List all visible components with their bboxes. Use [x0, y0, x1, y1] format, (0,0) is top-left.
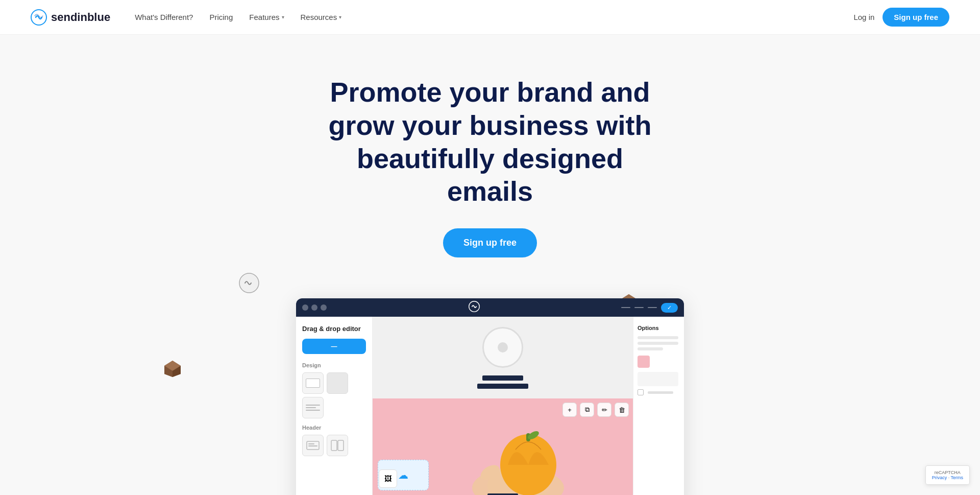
design-line-1 [306, 405, 320, 406]
editor-title: Drag & drop editor [302, 325, 366, 333]
app-window: ✓ Drag & drop editor — Design [296, 298, 684, 495]
design-thumb-3[interactable] [302, 397, 324, 418]
title-bar: ✓ [296, 298, 684, 317]
options-checkbox[interactable] [638, 389, 644, 395]
title-bar-logo [469, 301, 480, 314]
recaptcha-text: reCAPTCHAPrivacy · Terms [932, 470, 963, 480]
options-lines [638, 336, 680, 350]
add-tool-btn[interactable]: + [562, 403, 577, 417]
features-chevron: ▾ [282, 14, 284, 20]
design-thumb-lines [306, 405, 320, 411]
nav-links: What's Different? Pricing Features ▾ Res… [135, 13, 341, 21]
option-line-1 [638, 336, 678, 339]
header-thumb-1[interactable] [302, 435, 324, 456]
canvas-text-bar-1 [482, 375, 523, 381]
navbar: sendinblue What's Different? Pricing Fea… [0, 0, 980, 35]
navbar-right: Log in Sign up free [853, 8, 949, 27]
canvas-circle-inner [498, 342, 508, 352]
color-swatch[interactable] [638, 356, 650, 368]
logo[interactable]: sendinblue [31, 9, 110, 26]
navbar-left: sendinblue What's Different? Pricing Fea… [31, 9, 341, 26]
design-line-3 [306, 410, 320, 411]
window-dot-2 [311, 304, 317, 311]
window-dot-1 [302, 304, 308, 311]
center-canvas: + ⧉ ✏ 🗑 ☁ 🖼 [373, 317, 633, 495]
canvas-text-area [477, 375, 528, 389]
preview-section: ✓ Drag & drop editor — Design [0, 278, 980, 495]
svg-marker-3 [164, 361, 181, 371]
design-thumb-2[interactable] [327, 372, 348, 394]
app-body: Drag & drop editor — Design [296, 317, 684, 495]
header-section-title: Header [302, 425, 366, 431]
svg-marker-4 [173, 366, 181, 377]
svg-rect-13 [308, 445, 317, 446]
header-thumb-2[interactable] [327, 435, 348, 456]
checkbox-option [638, 389, 680, 395]
option-line-2 [638, 342, 678, 345]
svg-rect-14 [331, 440, 337, 451]
signup-hero-button[interactable]: Sign up free [443, 228, 537, 257]
window-dash-1 [621, 307, 630, 308]
upload-icon: ☁ [398, 469, 408, 481]
window-dash-3 [648, 307, 657, 308]
window-dash-2 [634, 307, 644, 308]
recaptcha-badge: reCAPTCHAPrivacy · Terms [925, 465, 970, 485]
delete-tool-btn[interactable]: 🗑 [615, 403, 629, 417]
hero-title: Promote your brand and grow your busines… [311, 76, 669, 208]
option-line-3 [638, 347, 663, 350]
edit-tool-btn[interactable]: ✏ [597, 403, 611, 417]
resources-chevron: ▾ [339, 14, 341, 20]
nav-pricing[interactable]: Pricing [209, 13, 233, 21]
canvas-logo-circle [482, 327, 523, 368]
options-title: Options [638, 325, 680, 331]
svg-marker-5 [164, 366, 173, 377]
copy-tool-btn[interactable]: ⧉ [580, 403, 594, 417]
canvas-text-bar-2 [477, 384, 528, 389]
options-checkbox-label [648, 391, 673, 394]
confirm-button[interactable]: ✓ [661, 303, 678, 313]
svg-marker-2 [164, 361, 181, 377]
svg-rect-15 [338, 440, 344, 451]
nav-whats-different[interactable]: What's Different? [135, 13, 193, 21]
design-grid [302, 372, 366, 418]
editor-action-button[interactable]: — [302, 339, 366, 354]
design-thumb-inner-1 [306, 379, 320, 388]
design-section-title: Design [302, 362, 366, 368]
right-panel: Options [633, 317, 684, 495]
window-dot-3 [321, 304, 327, 311]
header-grid [302, 435, 366, 456]
left-panel: Drag & drop editor — Design [296, 317, 373, 495]
logo-icon [31, 9, 47, 26]
design-thumb-1[interactable] [302, 372, 324, 394]
signup-nav-button[interactable]: Sign up free [883, 8, 949, 27]
thumbnail-card: 🖼 [379, 469, 397, 488]
nav-features[interactable]: Features ▾ [249, 13, 284, 21]
title-bar-actions: ✓ [621, 303, 678, 313]
logo-text: sendinblue [51, 11, 110, 24]
window-controls [302, 304, 327, 311]
login-button[interactable]: Log in [853, 13, 874, 21]
design-line-2 [306, 407, 316, 408]
nav-resources[interactable]: Resources ▾ [301, 13, 342, 21]
text-input-option[interactable] [638, 372, 678, 386]
canvas-image-block: + ⧉ ✏ 🗑 ☁ 🖼 [373, 398, 633, 495]
floating-cube-left [163, 360, 182, 378]
canvas-toolbar: + ⧉ ✏ 🗑 [562, 403, 629, 417]
thumbnail-icon: 🖼 [384, 475, 391, 483]
svg-rect-12 [308, 443, 314, 444]
hero-section: Promote your brand and grow your busines… [0, 35, 980, 278]
